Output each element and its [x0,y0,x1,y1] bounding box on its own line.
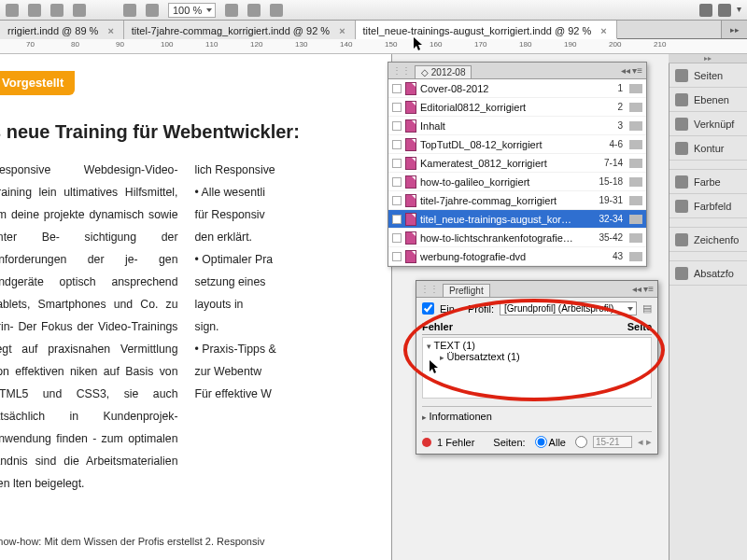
horizontal-ruler: 6070809010011012013014015016017018019020… [0,39,747,54]
document-viewport[interactable]: Vorgestellt s neue Training für Webentwi… [0,54,392,560]
row-checkbox[interactable] [392,177,402,187]
edit-profile-icon[interactable]: ▤ [642,302,652,315]
dock-item[interactable]: Seiten [669,63,747,88]
tool-icon[interactable] [146,4,159,17]
dock-item[interactable]: Farbe [669,170,747,194]
preflight-panel[interactable]: ⋮⋮ Preflight ◂◂ ▾≡ Ein Profil: [Grundpro… [416,280,658,455]
close-icon[interactable]: × [339,25,345,36]
collapse-icon[interactable]: ◂◂ [621,65,630,76]
page-range-field[interactable] [593,436,632,448]
menu-icon[interactable]: ▾≡ [632,65,642,76]
doc-icon [405,250,416,263]
page-title: s neue Training für Webentwickler: [0,121,382,143]
tool-icon[interactable] [28,4,41,17]
dock-item[interactable]: Absatzfo [669,261,747,286]
grip-icon[interactable]: ⋮⋮ [420,284,439,294]
tree-node[interactable]: Übersatztext (1) [440,351,647,362]
doc-name: how-to-galileo_korrigiert [420,176,578,188]
radio-all[interactable]: Alle [535,436,566,448]
screen-icon[interactable] [718,4,731,17]
book-row[interactable]: TopTutDL_08-12_korrigiert4-6 [388,135,646,154]
page-range: 43 [582,251,623,261]
doc-tab-active[interactable]: titel_neue-trainings-august_korrigiert.i… [356,21,617,39]
doc-name: TopTutDL_08-12_korrigiert [420,139,578,150]
page: Vorgestellt s neue Training für Webentwi… [0,63,382,551]
panel-icon [675,142,688,155]
panel-header[interactable]: ⋮⋮ Preflight ◂◂ ▾≡ [416,281,657,298]
info-section[interactable]: Informationen [422,406,652,422]
book-row[interactable]: Kameratest_0812_korrigiert7-14 [388,154,646,173]
profile-select[interactable]: [Grundprofil] (Arbeitsprofil) [500,301,637,315]
book-row[interactable]: werbung-fotografie-dvd43 [388,247,646,266]
tree-node[interactable]: TEXT (1) [427,340,647,351]
collapse-icon[interactable]: ◂◂ [632,284,641,294]
panel-header[interactable]: ⋮⋮ ◇ 2012-08 ◂◂ ▾≡ [388,63,646,79]
row-checkbox[interactable] [392,215,402,224]
row-checkbox[interactable] [392,103,402,112]
book-row[interactable]: how-to-lichtschrankenfotografie_korrigie… [388,229,646,247]
book-panel[interactable]: ⋮⋮ ◇ 2012-08 ◂◂ ▾≡ Cover-08-20121Editori… [388,62,647,267]
view-icon[interactable] [699,4,712,17]
row-checkbox[interactable] [392,252,402,261]
row-checkbox[interactable] [392,233,402,243]
status-icon [629,233,642,243]
tool-icon[interactable] [50,4,63,17]
book-row[interactable]: titel-7jahre-commag_korrigiert19-31 [388,191,646,210]
dock-item[interactable]: Farbfeld [669,194,747,218]
nav-arrows[interactable]: ◂ ▸ [638,436,652,448]
row-checkbox[interactable] [392,84,402,93]
panel-label: Seiten [694,70,723,81]
panel-label: Zeichenfo [694,234,739,245]
panel-icon [675,200,688,213]
panel-icon [675,118,688,131]
book-row[interactable]: Inhalt3 [388,117,646,135]
doc-icon [405,213,416,226]
dock-item[interactable]: Kontur [669,136,747,161]
radio-range[interactable] [575,436,587,448]
status-icon [629,140,642,149]
row-checkbox[interactable] [392,159,402,168]
book-row[interactable]: titel_neue-trainings-august_kor…32-34 [388,210,646,229]
row-checkbox[interactable] [392,121,402,131]
text-column-2: lich Responsive• Alle wesentlifür Respon… [195,160,383,496]
close-icon[interactable]: × [107,25,113,36]
row-checkbox[interactable] [392,196,402,205]
doc-tab[interactable]: titel-7jahre-commag_korrigiert.indd @ 92… [124,21,356,39]
tab-overflow[interactable]: ▸▸ [721,21,747,38]
doc-icon [405,175,416,189]
panel-label: Absatzfo [694,268,734,279]
dock-item[interactable]: Ebenen [669,88,747,112]
book-row[interactable]: Editorial0812_korrigiert2 [388,98,646,117]
page-range: 32-34 [582,214,623,224]
zoom-field[interactable]: 100 % [168,3,216,18]
panel-tab[interactable]: ◇ 2012-08 [415,65,472,78]
status-icon [629,215,642,224]
panel-label: Verknüpf [694,119,734,130]
tool-icon[interactable] [270,4,283,17]
status-icon [629,196,642,205]
doc-tab[interactable]: rrigiert.indd @ 89 %× [0,21,124,39]
dock-item[interactable]: Zeichenfo [669,228,747,252]
close-icon[interactable]: × [600,25,606,36]
top-toolbar: 100 % ▾ [0,0,747,21]
panel-tab[interactable]: Preflight [443,284,490,297]
tool-icon[interactable] [123,4,136,17]
book-row[interactable]: Cover-08-20121 [388,79,646,98]
error-tree[interactable]: TEXT (1) Übersatztext (1) [422,337,652,399]
doc-icon [405,231,416,245]
row-checkbox[interactable] [392,140,402,149]
preflight-on-checkbox[interactable] [422,302,434,315]
status-icon [629,84,642,93]
dock-expand-icon[interactable]: ▸▸ [669,54,747,63]
panel-icon [675,69,688,82]
menu-icon[interactable]: ▾≡ [643,284,654,294]
tool-icon[interactable] [73,4,86,17]
tool-icon[interactable] [225,4,238,17]
grip-icon[interactable]: ⋮⋮ [392,65,411,76]
doc-icon [405,82,416,95]
chevron-down-icon[interactable]: ▾ [737,4,741,17]
tool-icon[interactable] [6,4,19,17]
book-row[interactable]: how-to-galileo_korrigiert15-18 [388,173,646,191]
dock-item[interactable]: Verknüpf [669,112,747,136]
tool-icon[interactable] [247,4,261,17]
